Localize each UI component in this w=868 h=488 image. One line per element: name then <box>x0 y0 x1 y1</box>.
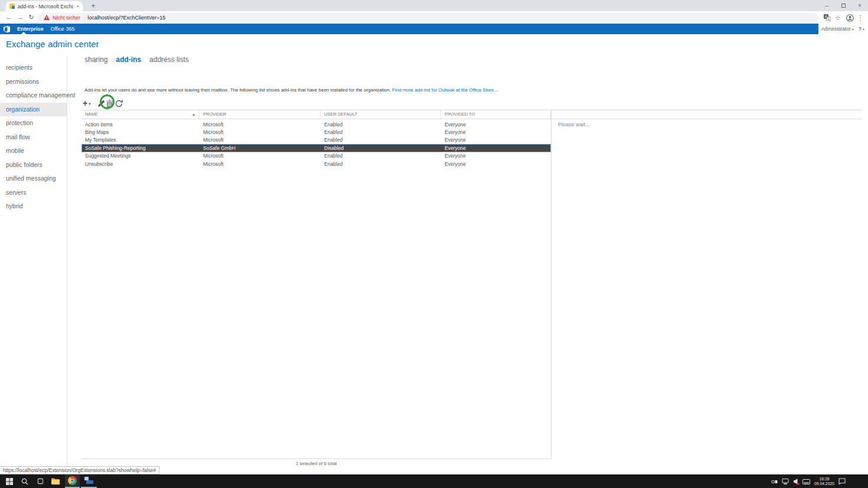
table-cell: My Templates <box>81 137 200 143</box>
nav-enterprise[interactable]: Enterprise <box>17 26 44 32</box>
column-header-provider[interactable]: PROVIDER <box>200 110 321 119</box>
section-tabs: sharingadd-insaddress lists <box>84 55 189 64</box>
svg-text:A: A <box>828 18 830 21</box>
task-view-button[interactable] <box>33 474 47 488</box>
sidebar-item-unified-messaging[interactable]: unified messaging <box>0 172 67 186</box>
action-center-icon[interactable] <box>838 476 846 487</box>
sidebar-item-organization[interactable]: organization <box>0 103 67 117</box>
column-header-provided-to[interactable]: PROVIDED TO <box>441 110 551 119</box>
back-icon[interactable]: ← <box>4 11 14 24</box>
sidebar-item-recipients[interactable]: recipients <box>0 61 67 75</box>
browser-toolbar: ← → ↻ Nicht sicher | localhost/ecp/?Exch… <box>0 11 868 24</box>
forward-icon[interactable]: → <box>15 11 25 24</box>
refresh-button[interactable] <box>115 97 123 109</box>
list-rows: Action ItemsMicrosoftEnabledEveryoneBing… <box>81 120 551 168</box>
delete-button[interactable] <box>106 97 113 109</box>
sidebar-item-hybrid[interactable]: hybrid <box>0 199 67 214</box>
table-cell: Everyone <box>441 153 551 159</box>
sidebar-item-permissions[interactable]: permissions <box>0 75 67 89</box>
taskbar-clock[interactable]: 16:28 09.04.2020 <box>814 477 834 486</box>
sidebar-item-protection[interactable]: protection <box>0 116 67 130</box>
taskbar-search-button[interactable] <box>18 474 32 488</box>
windows-logo-icon <box>6 478 13 485</box>
window-controls: – × <box>818 0 868 11</box>
nav-office-365[interactable]: Office 365 <box>51 26 75 32</box>
table-cell: SoSafe GmbH <box>200 145 321 151</box>
sidebar-item-public-folders[interactable]: public folders <box>0 158 67 172</box>
account-menu[interactable]: Administrator▾ <box>821 26 854 32</box>
list-header: NAME▲PROVIDERUSER DEFAULTPROVIDED TO <box>81 110 862 119</box>
task-view-icon <box>37 478 44 484</box>
office-store-link[interactable]: Find more add-ins for Outlook at the Off… <box>392 87 498 93</box>
url-text[interactable]: localhost/ecp/?ExchClientVer=15 <box>87 15 165 21</box>
table-cell: Suggested Meetings <box>81 153 200 159</box>
window-restore-button[interactable] <box>835 0 851 11</box>
network-icon[interactable] <box>782 476 789 487</box>
sort-ascending-icon: ▲ <box>192 110 195 119</box>
translate-icon[interactable]: AA <box>823 14 831 22</box>
edit-button[interactable] <box>98 97 105 109</box>
table-row[interactable]: Action ItemsMicrosoftEnabledEveryone <box>81 120 551 128</box>
sidebar-item-mobile[interactable]: mobile <box>0 144 67 158</box>
sidebar-item-compliance-management[interactable]: compliance management <box>0 89 67 103</box>
table-cell: Everyone <box>441 129 551 135</box>
o365-blue-bar: Enterprise Office 365 <box>0 24 818 34</box>
refresh-icon <box>115 100 123 107</box>
bookmark-star-icon[interactable]: ☆ <box>834 14 842 22</box>
window-minimize-button[interactable]: – <box>818 0 835 11</box>
app-taskbar-button[interactable] <box>81 474 97 488</box>
table-row[interactable]: SoSafe Phishing-ReportingSoSafe GmbHDisa… <box>81 144 551 152</box>
table-cell: Enabled <box>321 137 441 143</box>
table-row[interactable]: My TemplatesMicrosoftEnabledEveryone <box>81 136 551 144</box>
chevron-down-icon: ▾ <box>89 101 90 106</box>
chevron-down-icon: ▾ <box>852 28 854 31</box>
table-cell: SoSafe Phishing-Reporting <box>81 145 200 151</box>
sidebar-item-mail-flow[interactable]: mail flow <box>0 130 67 145</box>
new-tab-button[interactable]: + <box>89 2 98 11</box>
omnibox-divider: | <box>83 15 84 21</box>
office-logo-icon[interactable] <box>4 26 10 32</box>
help-menu[interactable]: ?▾ <box>859 26 864 32</box>
status-bar-link: https://localhost/ecp/Extension/OrgExten… <box>0 466 159 474</box>
tab-sharing[interactable]: sharing <box>84 55 107 64</box>
reload-icon[interactable]: ↻ <box>26 11 37 24</box>
table-cell: Microsoft <box>200 153 321 159</box>
volume-muted-icon[interactable] <box>793 479 798 484</box>
chevron-down-icon: ▾ <box>863 28 864 31</box>
chrome-icon <box>68 476 77 485</box>
tab-close-icon[interactable]: × <box>76 4 79 9</box>
mute-badge <box>797 483 800 485</box>
browser-tab-strip: add-ins - Microsoft Exchange × + – × <box>0 0 868 11</box>
pane-divider <box>551 110 552 458</box>
tab-address-lists[interactable]: address lists <box>149 55 189 64</box>
sidebar-item-servers[interactable]: servers <box>0 186 67 200</box>
new-add-in-button[interactable]: +▾ <box>83 97 90 109</box>
address-bar[interactable]: Nicht sicher | localhost/ecp/?ExchClient… <box>38 13 818 22</box>
table-row[interactable]: Suggested MeetingsMicrosoftEnabledEveryo… <box>81 152 551 160</box>
touch-keyboard-icon[interactable] <box>802 476 810 487</box>
table-cell: Enabled <box>321 129 441 135</box>
list-bottom-border <box>81 458 552 459</box>
o365-suite-bar: Enterprise Office 365 Administrator▾ ?▾ <box>0 24 868 34</box>
file-explorer-button[interactable] <box>48 474 63 488</box>
table-row[interactable]: Bing MapsMicrosoftEnabledEveryone <box>81 128 551 136</box>
start-button[interactable] <box>2 474 17 488</box>
eac-page: Exchange admin center recipientspermissi… <box>0 34 868 474</box>
profile-avatar-icon[interactable] <box>846 14 854 22</box>
security-warning-label[interactable]: Nicht sicher <box>53 15 80 21</box>
tray-status-icon[interactable] <box>771 476 778 487</box>
tab-add-ins[interactable]: add-ins <box>116 55 141 64</box>
command-bar: +▾ <box>83 97 154 109</box>
table-row[interactable]: UnsubscribeMicrosoftEnabledEveryone <box>81 160 551 168</box>
intro-text: Add-ins let your users do and see more w… <box>84 87 793 93</box>
column-header-name[interactable]: NAME▲ <box>81 110 200 119</box>
folder-icon <box>51 478 60 484</box>
chrome-taskbar-button[interactable] <box>65 474 80 488</box>
window-close-button[interactable]: × <box>851 0 868 11</box>
column-header-user-default[interactable]: USER DEFAULT <box>321 110 441 119</box>
browser-menu-icon[interactable]: ⋮ <box>856 14 864 22</box>
taskbar: 16:28 09.04.2020 <box>0 474 868 488</box>
table-cell: Action Items <box>81 122 200 127</box>
table-cell: Microsoft <box>200 137 321 143</box>
browser-tab[interactable]: add-ins - Microsoft Exchange × <box>6 1 83 11</box>
